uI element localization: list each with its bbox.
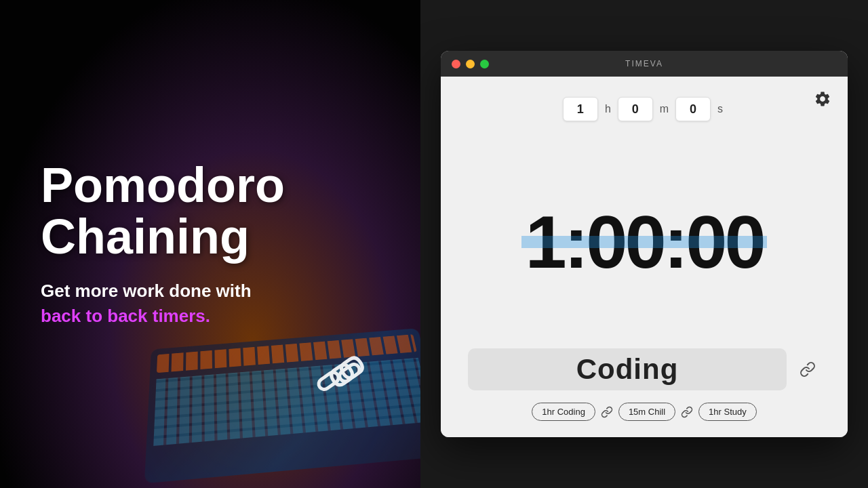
timer-display: 1:00:00: [525, 205, 763, 279]
hours-input[interactable]: 1: [563, 97, 598, 121]
keyboard-image: [144, 328, 420, 483]
app-title: TIMEVA: [625, 59, 663, 68]
hours-label: h: [605, 103, 611, 115]
hero-content: Pomodoro Chaining Get more work done wit…: [41, 160, 380, 328]
svg-rect-0: [317, 370, 340, 391]
app-content: 1 h 0 m 0 s 1:00:00 Coding: [441, 77, 848, 437]
seconds-input[interactable]: 0: [675, 97, 711, 121]
chain-item-0[interactable]: 1hr Coding: [532, 403, 595, 421]
left-panel: Pomodoro Chaining Get more work done wit…: [0, 0, 420, 488]
seconds-label: s: [717, 103, 723, 115]
current-timer-label-box: Coding: [468, 348, 787, 390]
coding-link-button[interactable]: [795, 357, 821, 382]
chain-item-1[interactable]: 15m Chill: [618, 403, 675, 421]
subtitle: Get more work done with back to back tim…: [41, 279, 380, 328]
minutes-label: m: [660, 103, 669, 115]
app-window: TIMEVA 1 h 0 m 0 s: [441, 51, 848, 437]
timer-chain-row: 1hr Coding 15m Chill 1hr Study: [468, 403, 821, 421]
time-inputs: 1 h 0 m 0 s: [468, 97, 821, 121]
maximize-button[interactable]: [480, 60, 489, 68]
settings-icon[interactable]: [814, 90, 831, 110]
titlebar: TIMEVA: [441, 51, 848, 77]
timer-display-area: 1:00:00: [468, 142, 821, 342]
main-title: Pomodoro Chaining: [41, 160, 380, 262]
minimize-button[interactable]: [466, 60, 475, 68]
traffic-lights: [452, 60, 489, 68]
chain-icon: [312, 350, 366, 407]
coding-section: Coding: [468, 348, 821, 390]
current-timer-label: Coding: [576, 353, 679, 386]
chain-item-2[interactable]: 1hr Study: [698, 403, 757, 421]
right-panel: TIMEVA 1 h 0 m 0 s: [420, 0, 868, 488]
chain-link-0[interactable]: [598, 405, 616, 420]
close-button[interactable]: [452, 60, 460, 68]
minutes-input[interactable]: 0: [618, 97, 653, 121]
chain-link-1[interactable]: [678, 405, 696, 420]
